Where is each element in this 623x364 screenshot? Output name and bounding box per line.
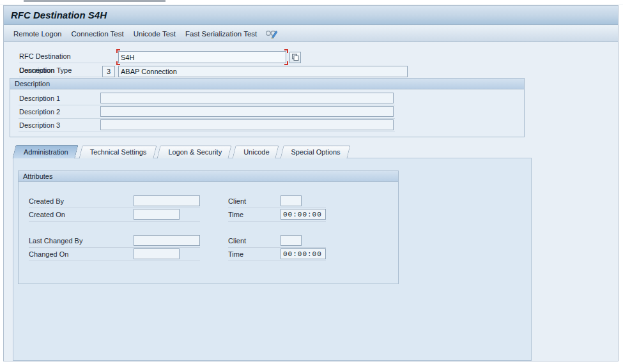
unicode-test-button[interactable]: Unicode Test xyxy=(130,28,180,40)
screen-content: RFC Destination Connection Type Descript… xyxy=(4,42,618,361)
client-changed-cell: Client xyxy=(228,234,326,248)
focus-corner xyxy=(284,49,288,53)
last-changed-by-label: Last Changed By xyxy=(29,237,82,245)
page-title: RFC Destination S4H xyxy=(4,10,107,20)
changed-on-label: Changed On xyxy=(29,250,68,258)
description-3-row: Description 3 xyxy=(19,119,395,132)
created-by-label: Created By xyxy=(29,197,64,205)
description-2-input[interactable] xyxy=(100,106,394,117)
description-3-label: Description 3 xyxy=(19,121,60,129)
created-on-input[interactable] xyxy=(134,209,180,220)
browser-remnant-bar xyxy=(24,0,165,2)
description-groupbox-header: Description xyxy=(10,79,524,89)
sap-window: RFC Destination S4H Remote Logon Connect… xyxy=(3,5,619,361)
time-changed-input[interactable] xyxy=(281,248,326,259)
title-bar: RFC Destination S4H xyxy=(4,6,618,25)
rfc-destination-row: RFC Destination xyxy=(4,51,618,64)
created-on-label: Created On xyxy=(29,211,65,218)
created-by-cell: Created By xyxy=(29,195,200,208)
fast-serialization-test-button[interactable]: Fast Serialization Test xyxy=(181,28,261,40)
description-1-input[interactable] xyxy=(100,93,394,103)
description-2-row: Description 2 xyxy=(19,105,395,119)
application-toolbar: Remote Logon Connection Test Unicode Tes… xyxy=(4,26,618,42)
connection-type-name-input[interactable] xyxy=(118,66,408,77)
tab-technical-settings[interactable]: Technical Settings xyxy=(81,146,155,158)
connection-test-button[interactable]: Connection Test xyxy=(67,28,127,40)
description-side-label: Description xyxy=(19,66,118,77)
time-created-input[interactable] xyxy=(281,209,326,220)
tab-strip: Administration Technical Settings Logon … xyxy=(14,145,349,158)
attributes-groupbox: Attributes Created By Client Created On … xyxy=(18,171,399,284)
connection-type-row: Connection Type Description xyxy=(4,65,618,78)
client-created-cell: Client xyxy=(228,195,326,208)
client-changed-input[interactable] xyxy=(281,235,302,246)
time-changed-cell: Time xyxy=(228,248,326,261)
remote-logon-button[interactable]: Remote Logon xyxy=(10,28,65,40)
rfc-destination-label: RFC Destination xyxy=(19,52,118,63)
focus-corner xyxy=(116,49,120,53)
client-changed-label: Client xyxy=(228,237,246,245)
description-3-input[interactable] xyxy=(100,119,394,130)
administration-tab-panel: Attributes Created By Client Created On … xyxy=(13,158,532,361)
client-created-input[interactable] xyxy=(281,195,302,206)
copy-icon[interactable] xyxy=(289,52,301,63)
attributes-groupbox-header: Attributes xyxy=(19,171,398,182)
time-created-label: Time xyxy=(228,211,243,218)
changed-on-cell: Changed On xyxy=(29,248,200,261)
tab-logon-security[interactable]: Logon & Security xyxy=(158,146,230,158)
client-created-label: Client xyxy=(228,197,246,205)
description-2-label: Description 2 xyxy=(19,108,60,116)
created-by-input[interactable] xyxy=(134,195,200,206)
description-1-label: Description 1 xyxy=(19,95,60,102)
last-changed-by-cell: Last Changed By xyxy=(29,234,200,248)
created-on-cell: Created On xyxy=(29,208,200,222)
description-1-row: Description 1 xyxy=(19,92,395,105)
divider xyxy=(0,4,623,4)
time-changed-label: Time xyxy=(228,250,243,258)
rfc-destination-input[interactable] xyxy=(118,51,286,63)
display-change-icon[interactable] xyxy=(265,28,279,40)
description-groupbox: Description Description 1 Description 2 … xyxy=(10,78,525,137)
last-changed-by-input[interactable] xyxy=(134,235,200,246)
changed-on-input[interactable] xyxy=(134,248,180,259)
tab-administration[interactable]: Administration xyxy=(14,145,77,158)
rfc-destination-focus xyxy=(118,51,286,63)
tab-special-options[interactable]: Special Options xyxy=(282,146,349,158)
tab-unicode[interactable]: Unicode xyxy=(234,146,277,158)
time-created-cell: Time xyxy=(228,208,326,222)
